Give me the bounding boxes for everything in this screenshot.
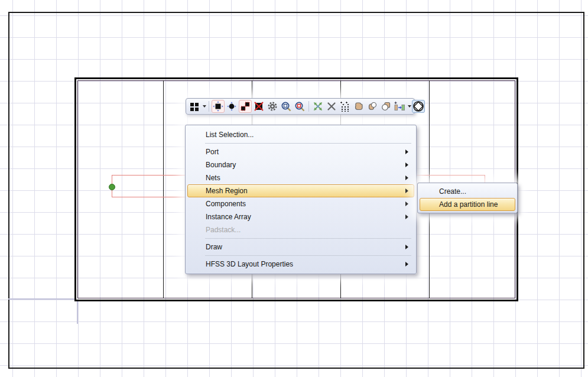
boolean-subtract-icon[interactable] — [366, 100, 379, 113]
menu-item-label: Port — [206, 148, 219, 156]
menu-item-components[interactable]: Components — [187, 197, 414, 210]
zoom-selection-icon[interactable] — [293, 100, 306, 113]
polygon-circle-icon[interactable] — [412, 100, 425, 113]
menu-item-label: Mesh Region — [206, 187, 248, 195]
submenu-arrow-icon — [405, 202, 408, 206]
menu-item-port[interactable]: Port — [187, 145, 414, 158]
select-objects-icon[interactable] — [212, 100, 225, 113]
boolean-unite-icon[interactable] — [352, 100, 365, 113]
menu-item-label: Components — [206, 200, 246, 208]
boolean-intersect-icon[interactable] — [379, 100, 392, 113]
menu-item-hfss-3d-layout-properties[interactable]: HFSS 3D Layout Properties — [187, 258, 414, 271]
mesh-region-submenu: Create...Add a partition line — [417, 183, 518, 213]
select-mode-icon[interactable] — [188, 100, 201, 113]
menu-item-draw[interactable]: Draw — [187, 240, 414, 254]
delete-x-icon[interactable] — [325, 100, 338, 113]
submenu-arrow-icon — [405, 176, 408, 180]
toolbar-separator — [209, 101, 209, 112]
menu-item-label: Padstack... — [206, 226, 241, 234]
context-menu: List Selection...PortBoundaryNetsMesh Re… — [185, 125, 417, 274]
menu-item-instance-array[interactable]: Instance Array — [187, 210, 414, 223]
menu-item-label: Nets — [206, 174, 220, 182]
menu-item-label: Instance Array — [206, 213, 251, 221]
snap-mode-icon[interactable] — [339, 100, 352, 113]
submenu-arrow-icon — [405, 214, 408, 219]
hfss-3d-layout-canvas[interactable]: { "colors": { "grid-line": "#dcdcea", "m… — [0, 0, 588, 377]
floating-toolbar — [186, 98, 415, 115]
submenu-arrow-icon — [405, 188, 408, 193]
zoom-window-icon[interactable] — [280, 100, 293, 113]
fit-selection-icon[interactable] — [311, 100, 324, 113]
menu-item-label: Create... — [439, 187, 466, 196]
select-vertices-icon[interactable] — [225, 100, 238, 113]
layer-assign-icon[interactable] — [393, 100, 406, 113]
major-gridline-vertical — [77, 301, 78, 324]
via-dot[interactable] — [109, 184, 115, 190]
submenu-arrow-icon — [405, 245, 408, 249]
deselect-all-icon[interactable] — [252, 100, 265, 113]
menu-item-label: Boundary — [206, 161, 236, 169]
settings-gear-icon[interactable] — [266, 100, 279, 113]
menu-item-label: List Selection... — [206, 131, 254, 139]
menu-item-nets[interactable]: Nets — [187, 171, 414, 184]
select-overlapping-icon[interactable] — [239, 100, 252, 113]
toolbar-separator — [308, 101, 309, 112]
submenu-arrow-icon — [405, 150, 408, 154]
submenu-arrow-icon — [405, 262, 408, 266]
menu-item-boundary[interactable]: Boundary — [187, 158, 414, 171]
menu-separator — [205, 238, 411, 239]
major-gridline-horizontal — [8, 298, 74, 300]
dropdown-caret-icon[interactable] — [203, 105, 206, 108]
menu-item-add-a-partition-line[interactable]: Add a partition line — [420, 198, 515, 211]
menu-item-padstack: Padstack... — [187, 223, 414, 236]
dropdown-caret-icon[interactable] — [408, 105, 411, 108]
menu-item-mesh-region[interactable]: Mesh Region — [187, 184, 414, 197]
menu-separator — [205, 255, 411, 256]
menu-item-label: Draw — [206, 243, 222, 251]
menu-item-label: Add a partition line — [439, 200, 498, 209]
submenu-arrow-icon — [405, 162, 408, 167]
menu-item-create[interactable]: Create... — [420, 185, 515, 198]
menu-separator — [205, 143, 411, 144]
menu-item-list-selection[interactable]: List Selection... — [187, 128, 414, 141]
menu-item-label: HFSS 3D Layout Properties — [206, 260, 293, 268]
